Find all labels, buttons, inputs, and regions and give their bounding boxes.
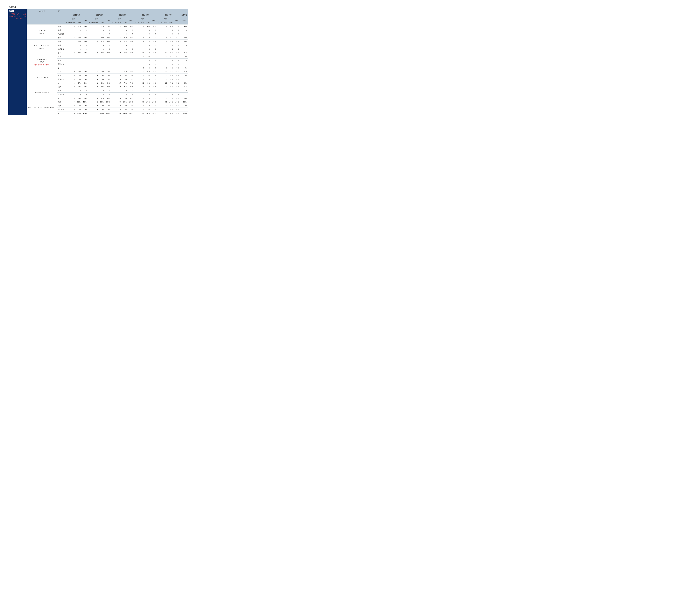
- count-cell: 0: [111, 77, 122, 81]
- target-cell: ％: [174, 32, 180, 36]
- target-cell: 0％: [105, 77, 111, 81]
- count-cell: [157, 62, 168, 66]
- ratio-cell: 42％: [122, 51, 128, 55]
- count-cell: [134, 43, 145, 47]
- count-cell: [88, 89, 99, 92]
- count-cell: 16: [134, 36, 145, 40]
- target-cell: 100％: [180, 100, 188, 104]
- category-other: その他の一般住宅: [27, 85, 57, 100]
- target-cell: ％: [105, 47, 111, 51]
- target-cell: 0％: [128, 74, 134, 77]
- count-cell: 10: [65, 85, 76, 89]
- target-cell: 0％: [105, 74, 111, 77]
- type-cell: 建売: [57, 28, 65, 32]
- count-cell: 0: [88, 108, 99, 112]
- target-cell: 0％: [151, 74, 157, 77]
- ratio-cell: ％: [145, 28, 151, 32]
- count-cell: 12: [157, 40, 168, 43]
- type-cell: 合計: [57, 36, 65, 40]
- category-oriented: ZEH Oriented受託数（都市部狭小地に限る）: [27, 55, 57, 70]
- target-cell: 100％: [151, 100, 157, 104]
- count-cell: [88, 43, 99, 47]
- count-cell: [88, 66, 99, 70]
- count-cell: 0: [111, 104, 122, 108]
- target-cell: 0％: [151, 66, 157, 70]
- count-cell: 32: [88, 100, 99, 104]
- ratio-cell: 0％: [168, 74, 174, 77]
- ratio-col-2017: 割合: [99, 21, 105, 25]
- ratio-cell: 76％: [122, 81, 128, 85]
- year-2019: 2019年度: [134, 13, 157, 17]
- target-cell: 0％: [174, 77, 180, 81]
- target-cell: 40％: [105, 96, 111, 100]
- ratio-cell: 100％: [168, 112, 174, 115]
- count-cell: 8: [157, 85, 168, 89]
- target-cell: [180, 32, 188, 36]
- ratio-cell: 0％: [122, 77, 128, 81]
- ratio-cell: 40％: [76, 40, 82, 43]
- ratio-cell: 32％: [99, 96, 105, 100]
- ratio-cell: 0％: [145, 55, 151, 58]
- count-cell: 27: [111, 70, 122, 74]
- ratio-cell: [76, 58, 82, 62]
- target-cell: ％: [82, 28, 88, 32]
- target-cell: 30％: [151, 51, 157, 55]
- target-cell: [82, 58, 88, 62]
- ratio-cell: ％: [145, 43, 151, 47]
- count-cell: [65, 28, 76, 32]
- target-cell: 10％: [82, 25, 88, 28]
- target-cell: 100％: [180, 112, 188, 115]
- count-cell: 0: [157, 74, 168, 77]
- actual-2018: 実績: [111, 17, 128, 21]
- target-cell: ％: [180, 28, 188, 32]
- target-cell: [180, 62, 188, 66]
- ratio-cell: [99, 58, 105, 62]
- target-cell: 15％: [180, 85, 188, 89]
- count-cell: 10: [65, 96, 76, 100]
- ratio-cell: [99, 55, 105, 58]
- target-cell: 80％: [151, 81, 157, 85]
- target-cell: 0％: [151, 77, 157, 81]
- ratio-cell: ％: [145, 58, 151, 62]
- ratio-cell: 100％: [99, 100, 105, 104]
- target-cell: ％: [151, 89, 157, 92]
- ratio-cell: ％: [168, 58, 174, 62]
- ratio-cell: 39％: [168, 40, 174, 43]
- target-cell: 30％: [128, 36, 134, 40]
- ratio-cell: ％: [145, 92, 151, 96]
- count-cell: [134, 92, 145, 96]
- target-cell: 100％: [82, 112, 88, 115]
- count-cell: 0: [157, 66, 168, 70]
- target-cell: 0％: [105, 108, 111, 112]
- target-cell: 50％: [151, 36, 157, 40]
- target-cell: 20％: [151, 96, 157, 100]
- type-cell: 注文: [57, 85, 65, 89]
- ratio-cell: 0％: [168, 104, 174, 108]
- target-cell: 0％: [174, 108, 180, 112]
- target-2025: 目標: [180, 17, 188, 25]
- count-cell: 0: [65, 104, 76, 108]
- target-cell: ％: [174, 58, 180, 62]
- target-cell: 20％: [105, 36, 111, 40]
- ratio-cell: 67％: [76, 81, 82, 85]
- ratio-cell: ％: [122, 92, 128, 96]
- ratio-cell: ％: [99, 32, 105, 36]
- count-cell: 12: [111, 36, 122, 40]
- type-cell: 建売: [57, 89, 65, 92]
- target-cell: ％: [82, 32, 88, 36]
- count-cell: 16: [134, 25, 145, 28]
- ratio-cell: 0％: [76, 108, 82, 112]
- ratio-cell: ％: [168, 28, 174, 32]
- count-cell: 0: [65, 77, 76, 81]
- target-cell: ％: [180, 43, 188, 47]
- target-cell: 0％: [180, 104, 188, 108]
- ratio-cell: 100％: [168, 100, 174, 104]
- ratio-cell: 0％: [168, 108, 174, 112]
- target-cell: ％: [128, 28, 134, 32]
- ratio-cell: [99, 62, 105, 66]
- target-cell: ％: [151, 43, 157, 47]
- year-2020: 2020年度: [157, 13, 180, 17]
- target-cell: 100％: [105, 100, 111, 104]
- target-cell: ％: [151, 62, 157, 66]
- ratio-cell: 0％: [122, 74, 128, 77]
